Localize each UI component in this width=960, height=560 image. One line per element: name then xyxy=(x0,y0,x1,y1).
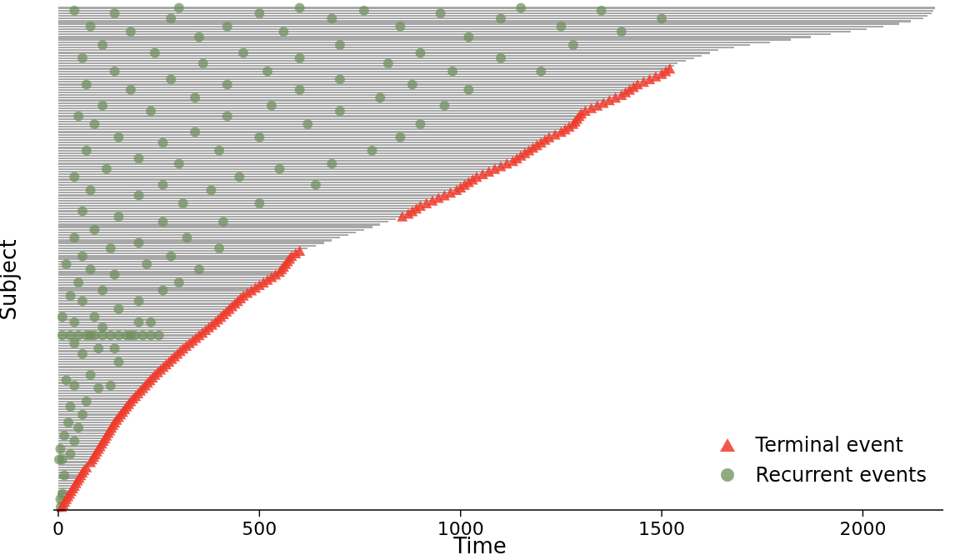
recurrent-marker xyxy=(295,3,305,13)
followup-bar xyxy=(58,187,461,188)
recurrent-marker xyxy=(126,27,136,37)
recurrent-marker xyxy=(190,92,200,102)
recurrent-marker xyxy=(174,159,184,169)
recurrent-marker xyxy=(82,146,92,156)
followup-bar xyxy=(58,115,579,117)
followup-bar xyxy=(58,33,831,35)
recurrent-marker xyxy=(222,22,232,32)
recurrent-marker xyxy=(59,431,69,441)
recurrent-marker xyxy=(69,318,79,328)
recurrent-marker xyxy=(73,422,83,432)
followup-bar xyxy=(58,178,472,180)
followup-bar xyxy=(58,131,561,132)
followup-bar xyxy=(58,22,899,24)
recurrent-marker xyxy=(69,436,79,446)
followup-bar xyxy=(58,108,592,109)
followup-bar xyxy=(58,242,324,243)
followup-bar xyxy=(58,92,626,93)
followup-bar xyxy=(58,311,227,312)
recurrent-marker xyxy=(166,13,176,23)
recurrent-marker xyxy=(86,22,96,32)
followup-bar xyxy=(58,279,268,281)
followup-bar xyxy=(58,442,102,444)
y-axis-label: Subject xyxy=(0,239,21,320)
followup-bar xyxy=(58,232,356,233)
recurrent-marker xyxy=(597,6,607,16)
followup-bar xyxy=(58,142,541,143)
recurrent-marker xyxy=(568,40,578,50)
followup-bar xyxy=(58,112,582,114)
followup-bar xyxy=(58,398,133,399)
followup-bar xyxy=(58,20,911,22)
recurrent-marker xyxy=(463,32,473,42)
followup-bar xyxy=(58,369,161,371)
followup-bar xyxy=(58,81,643,82)
followup-bar xyxy=(58,202,427,204)
followup-bar xyxy=(58,160,512,162)
recurrent-marker xyxy=(194,32,204,42)
recurrent-marker xyxy=(617,27,627,37)
legend-label-recurrent: Recurrent events xyxy=(756,463,927,487)
recurrent-marker xyxy=(198,58,208,68)
followup-bar xyxy=(58,89,629,91)
circle-icon xyxy=(711,468,744,482)
recurrent-marker xyxy=(62,375,72,385)
followup-bar xyxy=(58,245,316,247)
recurrent-marker xyxy=(278,27,288,37)
recurrent-marker xyxy=(146,318,156,328)
recurrent-marker xyxy=(65,449,75,459)
recurrent-marker xyxy=(158,138,168,148)
followup-bar xyxy=(58,194,444,196)
followup-bar xyxy=(58,147,533,148)
followup-bar xyxy=(58,192,451,193)
recurrent-marker xyxy=(408,79,418,89)
legend-entry-terminal: Terminal event xyxy=(711,433,927,457)
followup-bar xyxy=(58,248,308,249)
followup-bar xyxy=(58,208,417,209)
followup-bar xyxy=(58,411,122,412)
recurrent-marker xyxy=(174,278,184,288)
recurrent-marker xyxy=(98,101,108,111)
followup-bar xyxy=(58,250,300,252)
recurrent-marker xyxy=(134,318,144,328)
recurrent-marker xyxy=(62,259,72,269)
recurrent-marker xyxy=(395,132,405,142)
followup-bar xyxy=(58,102,603,104)
followup-bar xyxy=(58,144,537,146)
x-tick-label: 500 xyxy=(242,518,277,539)
recurrent-marker xyxy=(254,8,264,18)
recurrent-marker xyxy=(106,243,116,253)
followup-bar xyxy=(58,44,750,46)
followup-bar xyxy=(58,284,259,286)
recurrent-marker xyxy=(174,3,184,13)
recurrent-marker xyxy=(496,13,506,23)
followup-bar xyxy=(58,118,578,120)
recurrent-marker xyxy=(134,296,144,306)
followup-bar xyxy=(58,277,272,278)
followup-bar xyxy=(58,78,650,80)
recurrent-marker xyxy=(113,357,123,367)
followup-bar xyxy=(58,292,248,294)
recurrent-marker xyxy=(113,212,123,222)
recurrent-marker xyxy=(86,185,96,195)
followup-bar xyxy=(58,469,84,471)
recurrent-marker xyxy=(158,180,168,190)
recurrent-marker xyxy=(359,6,369,16)
recurrent-marker xyxy=(327,13,337,23)
followup-bar xyxy=(58,60,686,62)
x-tick-label: 2000 xyxy=(839,518,886,539)
followup-bar xyxy=(58,372,158,373)
followup-bar xyxy=(58,137,549,138)
recurrent-marker xyxy=(556,22,566,32)
followup-bar xyxy=(58,12,932,14)
followup-bar xyxy=(58,205,420,207)
recurrent-marker xyxy=(113,132,123,142)
recurrent-marker xyxy=(134,238,144,248)
recurrent-marker xyxy=(93,343,103,353)
followup-bar xyxy=(58,83,638,85)
followup-bar xyxy=(58,261,288,262)
followup-bar xyxy=(58,73,662,75)
followup-bar xyxy=(58,356,175,358)
legend-entry-recurrent: Recurrent events xyxy=(711,463,927,487)
recurrent-marker xyxy=(110,343,120,353)
